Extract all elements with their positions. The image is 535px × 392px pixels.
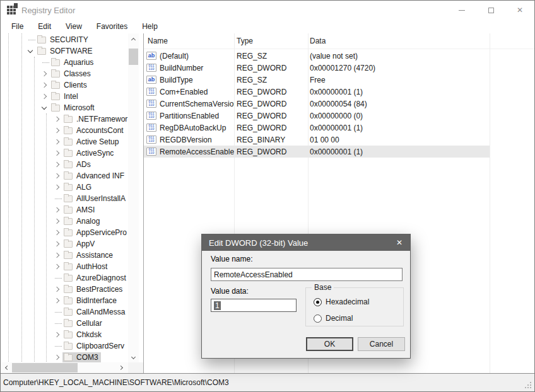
tree-vertical-scrollbar[interactable] (128, 33, 139, 363)
tree-item[interactable]: SOFTWARE (1, 45, 129, 57)
menu-favorites[interactable]: Favorites (91, 21, 132, 32)
expander-icon[interactable] (52, 239, 61, 248)
expander-icon[interactable] (52, 205, 61, 214)
ok-button[interactable]: OK (306, 337, 353, 351)
tree-item-label: .NETFramewor (76, 115, 127, 124)
expander-icon[interactable] (52, 228, 61, 237)
horizontal-scroll-thumb[interactable] (12, 363, 78, 372)
menu-edit[interactable]: Edit (33, 21, 56, 32)
value-row[interactable]: 011110 RegDBAutoBackUp REG_DWORD 0x00000… (144, 122, 490, 134)
tree-item[interactable]: Active Setup (1, 136, 129, 147)
tree-item[interactable]: Intel (1, 91, 129, 102)
tree-item[interactable]: Cellular (1, 318, 129, 329)
expander-icon[interactable] (52, 296, 61, 305)
expander-icon[interactable] (40, 69, 49, 78)
menu-file[interactable]: File (6, 21, 28, 32)
tree-item[interactable]: AMSI (1, 204, 129, 216)
value-row[interactable]: ab (Default) REG_SZ (value not set) (144, 50, 490, 62)
tree-item[interactable]: ALG (1, 182, 129, 193)
value-data-input[interactable]: 1 (211, 299, 297, 312)
tree-item[interactable]: ActiveSync (1, 147, 129, 159)
expander-icon[interactable] (52, 171, 61, 180)
value-name-input[interactable]: RemoteAccessEnabled (211, 268, 403, 281)
value-row[interactable]: ab BuildType REG_SZ Free (144, 74, 490, 86)
tree-item[interactable]: .NETFramewor (1, 113, 129, 125)
value-row[interactable]: 011110 CurrentSchemaVersion REG_DWORD 0x… (144, 98, 490, 110)
expander-icon[interactable] (40, 92, 49, 101)
registry-editor-window: ✦ Registry Editor ✕ File Edit View Favor… (0, 0, 535, 392)
value-row[interactable]: 011110 Com+Enabled REG_DWORD 0x00000001 … (144, 86, 490, 98)
tree-horizontal-scrollbar[interactable] (1, 362, 129, 373)
scroll-right-arrow[interactable] (116, 362, 127, 373)
minimize-icon (459, 10, 465, 11)
tree-item[interactable]: Chkdsk (1, 329, 129, 340)
expander-icon[interactable] (52, 217, 61, 226)
value-row[interactable]: 011110 BuildNumber REG_DWORD 0x00001270 … (144, 62, 490, 74)
tree-item[interactable]: Aquarius (1, 57, 129, 68)
expander-icon[interactable] (52, 251, 61, 260)
maximize-button[interactable] (476, 1, 505, 20)
tree-item[interactable]: AppServicePro (1, 227, 129, 238)
expander-icon[interactable] (26, 47, 35, 55)
column-divider[interactable] (490, 33, 490, 373)
tree-item[interactable]: Advanced INF (1, 170, 129, 182)
expander-icon[interactable] (40, 81, 49, 89)
expander-icon[interactable] (40, 103, 49, 112)
close-button[interactable]: ✕ (505, 1, 534, 20)
value-name: RemoteAccessEnabled (160, 147, 234, 156)
tree-item[interactable]: ClipboardServ (1, 340, 129, 352)
resize-grip[interactable] (525, 382, 532, 389)
folder-icon (64, 309, 73, 316)
folder-icon (51, 93, 60, 100)
dialog-close-button[interactable]: ✕ (389, 234, 410, 251)
title-bar: ✦ Registry Editor ✕ (1, 1, 534, 20)
tree-item[interactable]: COM3 (1, 352, 129, 363)
column-header-data[interactable]: Data (308, 37, 490, 45)
tree-item[interactable]: CallAndMessa (1, 306, 129, 318)
tree-item[interactable]: BestPractices (1, 284, 129, 295)
expander-icon[interactable] (52, 285, 61, 294)
tree-item[interactable]: BidInterface (1, 295, 129, 306)
value-type: REG_DWORD (234, 112, 308, 120)
expander-icon[interactable] (52, 149, 61, 158)
tree-item[interactable]: AuthHost (1, 261, 129, 272)
tree-item[interactable]: AllUserInstallA (1, 193, 129, 204)
scroll-left-arrow[interactable] (1, 362, 11, 373)
tree-item[interactable]: Microsoft (1, 102, 129, 113)
scroll-up-arrow[interactable] (128, 33, 139, 44)
tree-item[interactable]: Classes (1, 68, 129, 79)
vertical-scroll-thumb[interactable] (129, 49, 138, 65)
expander-icon[interactable] (52, 330, 61, 339)
scroll-down-arrow[interactable] (128, 352, 139, 363)
expander-icon[interactable] (52, 353, 61, 362)
expander-icon[interactable] (52, 183, 61, 192)
tree-item[interactable]: AccountsCont (1, 125, 129, 136)
folder-icon (64, 184, 73, 191)
tree-item[interactable]: Analog (1, 216, 129, 227)
radio-hexadecimal[interactable]: Hexadecimal (314, 297, 369, 306)
value-row[interactable]: 011110 REGDBVersion REG_BINARY 01 00 00 (144, 134, 490, 146)
column-header-type[interactable]: Type (234, 37, 308, 45)
expander-icon[interactable] (52, 137, 61, 146)
tree-item[interactable]: Assistance (1, 250, 129, 261)
tree-item[interactable]: AzureDiagnost (1, 272, 129, 284)
expander-icon[interactable] (52, 115, 61, 124)
registry-app-icon: ✦ (7, 6, 16, 14)
cancel-button[interactable]: Cancel (358, 337, 405, 351)
column-header-name[interactable]: Name (144, 37, 234, 45)
radio-decimal[interactable]: Decimal (314, 314, 353, 323)
tree-item[interactable]: ADs (1, 159, 129, 170)
menu-help[interactable]: Help (137, 21, 163, 32)
tree-item[interactable]: Clients (1, 79, 129, 91)
tree-item-label: CallAndMessa (76, 308, 125, 316)
expander-icon[interactable] (52, 160, 61, 169)
folder-icon (64, 207, 73, 214)
expander-icon[interactable] (52, 262, 61, 271)
value-row[interactable]: 011110 PartitionsEnabled REG_DWORD 0x000… (144, 110, 490, 122)
minimize-button[interactable] (447, 1, 476, 20)
tree-item[interactable]: AppV (1, 238, 129, 250)
value-row[interactable]: 011110 RemoteAccessEnabled REG_DWORD 0x0… (144, 146, 490, 158)
menu-view[interactable]: View (61, 21, 87, 32)
tree-item[interactable]: SECURITY (1, 34, 129, 45)
expander-icon[interactable] (52, 126, 61, 135)
